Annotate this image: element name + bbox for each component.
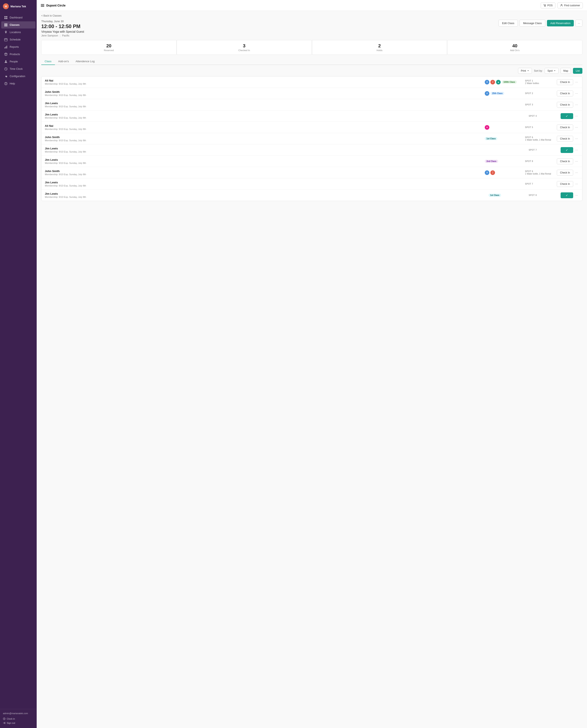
sidebar-item-help[interactable]: Help (1, 80, 36, 87)
checkin-area: Check In··· (557, 181, 579, 187)
row-more-button[interactable]: ··· (574, 125, 579, 130)
row-more-button[interactable]: ··· (574, 102, 579, 107)
message-class-button[interactable]: Message Class (519, 20, 545, 27)
checked-in-button[interactable]: ✓ (561, 147, 573, 153)
check-in-button[interactable]: Check In (557, 181, 573, 187)
roster-info: Jim LewisMembership: 9/10 Exp. Sunday, J… (45, 102, 482, 108)
tab-class[interactable]: Class (41, 58, 55, 65)
row-more-button[interactable]: ··· (574, 193, 579, 197)
svg-rect-6 (6, 23, 7, 24)
milestone-badge: 1st Class (485, 137, 497, 140)
add-reservation-button[interactable]: Add Reservation (547, 20, 574, 26)
roster-spot: SPOT 5 (525, 126, 554, 128)
sidebar-item-dashboard[interactable]: Dashboard (1, 14, 36, 21)
sidebar-item-schedule[interactable]: Schedule (1, 36, 36, 43)
class-date: Thursday, June 30 (41, 20, 84, 23)
roster-name: John Smith (45, 90, 482, 93)
roster-sub: Membership: 9/10 Exp. Sunday, July 8th (45, 196, 486, 198)
sidebar-item-configuration[interactable]: Configuration (1, 73, 36, 80)
pos-button[interactable]: POS (541, 2, 555, 8)
more-actions-button[interactable]: ··· (576, 20, 582, 27)
roster-name: Jim Lewis (45, 192, 486, 195)
roster-spot: SPOT 8 (529, 194, 558, 196)
sort-dropdown[interactable]: Spot (545, 68, 559, 74)
spot-label: SPOT 3 (525, 103, 554, 106)
check-in-button[interactable]: Check In (557, 102, 573, 108)
back-link[interactable]: < Back to Classes (41, 14, 582, 17)
roster-badges: 2nd Class (485, 160, 522, 163)
sidebar-item-time-clock[interactable]: Time Clock (1, 65, 36, 72)
spot-label: SPOT 6 (525, 136, 554, 139)
svg-rect-4 (4, 23, 5, 24)
roster-name: Jim Lewis (45, 147, 486, 150)
row-more-button[interactable]: ··· (574, 148, 579, 152)
roster-name: Jim Lewis (45, 181, 482, 184)
class-location: Pacific (62, 34, 69, 37)
row-more-button[interactable]: ··· (574, 182, 579, 186)
check-in-button[interactable]: Check In (557, 159, 573, 164)
row-more-button[interactable]: ··· (574, 80, 579, 85)
row-more-button[interactable]: ··· (574, 91, 579, 96)
sidebar-label-classes: Classes (10, 23, 20, 26)
spot-addon: 2 Water bottles (525, 82, 554, 85)
milestone-badge: 1st Class (489, 194, 501, 197)
check-in-button[interactable]: Check In (557, 136, 573, 142)
sidebar-item-classes[interactable]: Classes (1, 21, 36, 28)
row-more-button[interactable]: ··· (574, 114, 579, 118)
clock-in-link[interactable]: Clock in (3, 717, 34, 721)
stat-card-reserved: 20Reserved (41, 40, 177, 55)
check-in-button[interactable]: Check In (557, 79, 573, 85)
roster-row: John SmithMembership: 9/10 Exp. Sunday, … (42, 167, 582, 178)
sign-out-link[interactable]: Sign out (3, 721, 34, 725)
sidebar-label-time-clock: Time Clock (10, 68, 23, 70)
svg-rect-3 (6, 18, 7, 19)
spot-label: SPOT 8 (525, 160, 554, 162)
svg-rect-24 (41, 6, 44, 7)
sidebar-label-help: Help (10, 82, 15, 85)
sidebar-label-schedule: Schedule (10, 38, 21, 41)
sidebar-item-locations[interactable]: Locations (1, 29, 36, 36)
tab-addons[interactable]: Add-on's (55, 58, 72, 65)
row-more-button[interactable]: ··· (574, 170, 579, 175)
roster-sub: Membership: 9/10 Exp. Sunday, July 8th (45, 83, 482, 85)
class-info: Thursday, June 30 12:00 - 12:50 PM Vinya… (41, 20, 84, 37)
svg-rect-9 (6, 25, 7, 25)
app-name: Mariana Tek (10, 5, 26, 8)
print-button[interactable]: Print (518, 68, 532, 74)
sidebar-label-dashboard: Dashboard (10, 16, 22, 19)
check-in-button[interactable]: Check In (557, 91, 573, 96)
sidebar-item-reports[interactable]: Reports (1, 43, 36, 50)
checkin-area: Check In··· (557, 170, 579, 175)
stat-card-checked-in: 3Checked In (177, 40, 312, 55)
sign-out-label: Sign out (7, 722, 15, 724)
checked-in-button[interactable]: ✓ (561, 192, 573, 198)
spot-label: SPOT 2 (525, 92, 554, 95)
svg-rect-22 (41, 4, 44, 5)
map-view-button[interactable]: Map (561, 68, 571, 74)
sidebar-item-products[interactable]: Products (1, 51, 36, 58)
svg-rect-5 (5, 23, 6, 24)
milestone-badge: 100th Class (502, 80, 517, 84)
svg-rect-11 (5, 26, 6, 26)
sidebar-label-configuration: Configuration (10, 75, 25, 78)
find-customer-button[interactable]: Find customer (558, 2, 583, 8)
tab-attendance[interactable]: Attendence Log (72, 58, 98, 65)
row-more-button[interactable]: ··· (574, 136, 579, 141)
svg-rect-14 (4, 47, 5, 48)
spot-label: SPOT 5 (525, 126, 554, 128)
svg-rect-1 (6, 16, 7, 17)
roster-sub: Membership: 9/10 Exp. Sunday, July 8th (45, 105, 482, 108)
roster-info: John SmithMembership: 9/10 Exp. Sunday, … (45, 136, 482, 142)
roster-sub: Membership: 9/10 Exp. Sunday, July 8th (45, 173, 482, 175)
checked-in-button[interactable]: ✓ (561, 113, 573, 119)
check-in-button[interactable]: Check In (557, 170, 573, 175)
check-in-button[interactable]: Check In (557, 124, 573, 130)
milestone-badge: 25th Class (490, 92, 504, 95)
row-more-button[interactable]: ··· (574, 159, 579, 164)
edit-class-button[interactable]: Edit Class (498, 20, 518, 27)
roster-badges: AZ (485, 170, 522, 175)
svg-rect-2 (4, 18, 6, 19)
list-view-button[interactable]: List (573, 68, 582, 74)
sidebar-item-people[interactable]: People (1, 58, 36, 65)
roster-spot: SPOT 4 (529, 115, 558, 117)
